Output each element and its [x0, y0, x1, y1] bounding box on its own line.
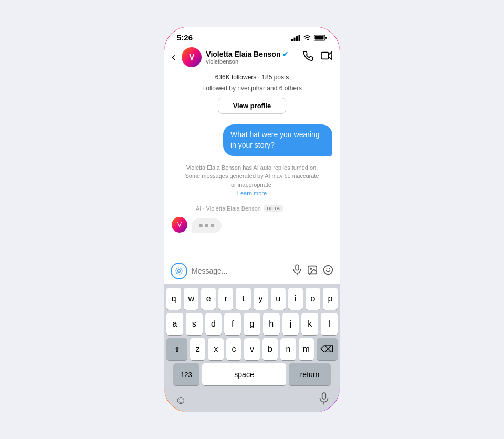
- key-l[interactable]: l: [321, 313, 338, 335]
- key-w[interactable]: w: [184, 288, 198, 310]
- message-input[interactable]: [192, 267, 288, 275]
- key-v[interactable]: v: [244, 338, 259, 360]
- svg-point-14: [324, 265, 333, 274]
- typing-dot-2: [205, 224, 208, 227]
- header-info: Violetta Elaia Benson ✔ violetbenson: [206, 50, 299, 65]
- verified-badge: ✔: [282, 50, 288, 58]
- key-o[interactable]: o: [306, 288, 320, 310]
- view-profile-button[interactable]: View profile: [218, 98, 287, 114]
- key-m[interactable]: m: [299, 338, 314, 360]
- key-s[interactable]: s: [186, 313, 203, 335]
- svg-rect-12: [308, 266, 317, 274]
- key-r[interactable]: r: [218, 288, 233, 310]
- outgoing-message: What hat were you wearing in your story?: [223, 124, 332, 155]
- chat-area: What hat were you wearing in your story?…: [164, 119, 340, 258]
- key-u[interactable]: u: [271, 288, 286, 310]
- keyboard-bottom-row: 123 space return: [166, 363, 338, 385]
- key-b[interactable]: b: [262, 338, 278, 360]
- input-icons: [292, 264, 333, 278]
- message-input-row: [164, 258, 340, 284]
- status-icons: [291, 35, 327, 41]
- key-x[interactable]: x: [208, 338, 223, 360]
- key-y[interactable]: y: [254, 288, 268, 310]
- key-a[interactable]: a: [166, 313, 183, 335]
- svg-rect-6: [315, 36, 324, 39]
- typing-dot-1: [199, 224, 203, 227]
- contact-name: Violetta Elaia Benson ✔: [206, 50, 299, 58]
- key-z[interactable]: z: [190, 338, 205, 360]
- chat-header: ‹ V Violetta Elaia Benson ✔ violetbenson: [164, 44, 340, 70]
- key-t[interactable]: t: [236, 288, 250, 310]
- key-return[interactable]: return: [289, 363, 331, 385]
- sticker-input-icon[interactable]: [323, 265, 333, 278]
- status-bar: 5:26: [164, 27, 340, 44]
- svg-rect-7: [321, 52, 329, 59]
- key-space[interactable]: space: [202, 363, 286, 385]
- typing-dot-3: [211, 224, 214, 227]
- key-c[interactable]: c: [226, 338, 242, 360]
- key-e[interactable]: e: [201, 288, 216, 310]
- key-j[interactable]: j: [282, 313, 299, 335]
- profile-info: 636K followers · 185 posts Followed by r…: [164, 70, 340, 119]
- key-h[interactable]: h: [263, 313, 280, 335]
- incoming-message-row: V: [172, 217, 332, 233]
- contact-username: violetbenson: [206, 58, 299, 65]
- key-q[interactable]: q: [166, 288, 181, 310]
- key-i[interactable]: i: [288, 288, 303, 310]
- mic-keyboard-icon[interactable]: [319, 392, 329, 408]
- svg-rect-0: [291, 39, 293, 41]
- key-d[interactable]: d: [205, 313, 222, 335]
- key-k[interactable]: k: [301, 313, 318, 335]
- beta-badge: BETA: [264, 205, 283, 212]
- keyboard-row-3: ⇧ z x c v b n m ⌫: [166, 338, 338, 360]
- key-p[interactable]: p: [323, 288, 338, 310]
- emoji-keyboard-icon[interactable]: ☺: [175, 393, 186, 407]
- svg-rect-10: [296, 265, 299, 270]
- svg-marker-8: [329, 51, 332, 59]
- status-time: 5:26: [177, 33, 193, 42]
- profile-stats: 636K followers · 185 posts: [175, 72, 329, 82]
- profile-followed-by: Followed by river.johar and 6 others: [175, 83, 329, 93]
- avatar: V: [182, 47, 202, 67]
- key-shift[interactable]: ⇧: [166, 338, 187, 360]
- keyboard: q w e r t y u i o p a s d f g h j k: [164, 284, 340, 412]
- key-g[interactable]: g: [244, 313, 260, 335]
- ai-label: AI · Violetta Elaia Benson BETA: [196, 205, 332, 212]
- keyboard-row-2: a s d f g h j k l: [166, 313, 338, 335]
- svg-rect-1: [294, 37, 296, 41]
- key-backspace[interactable]: ⌫: [317, 338, 338, 360]
- learn-more-link[interactable]: Learn more: [237, 190, 267, 196]
- key-f[interactable]: f: [224, 313, 241, 335]
- ai-notice: Violetta Elaia Benson has AI auto replie…: [172, 161, 332, 200]
- svg-rect-5: [326, 37, 327, 39]
- key-n[interactable]: n: [280, 338, 296, 360]
- typing-indicator: [192, 218, 222, 233]
- key-123[interactable]: 123: [173, 363, 200, 385]
- header-actions: [303, 51, 332, 64]
- keyboard-bottom-bar: ☺: [166, 389, 338, 410]
- svg-rect-3: [299, 35, 300, 41]
- video-call-icon[interactable]: [321, 51, 332, 64]
- keyboard-row-1: q w e r t y u i o p: [166, 288, 338, 310]
- signal-icon: [291, 35, 300, 41]
- camera-button[interactable]: [171, 263, 187, 279]
- phone-call-icon[interactable]: [303, 51, 313, 64]
- svg-point-9: [178, 270, 181, 273]
- svg-point-13: [310, 268, 311, 269]
- image-input-icon[interactable]: [307, 265, 318, 277]
- svg-rect-17: [322, 393, 326, 399]
- wifi-icon: [303, 35, 311, 41]
- battery-icon: [314, 35, 327, 41]
- svg-rect-2: [296, 36, 298, 41]
- incoming-avatar: V: [172, 217, 187, 233]
- mic-input-icon[interactable]: [292, 264, 302, 278]
- back-button[interactable]: ‹: [170, 48, 177, 66]
